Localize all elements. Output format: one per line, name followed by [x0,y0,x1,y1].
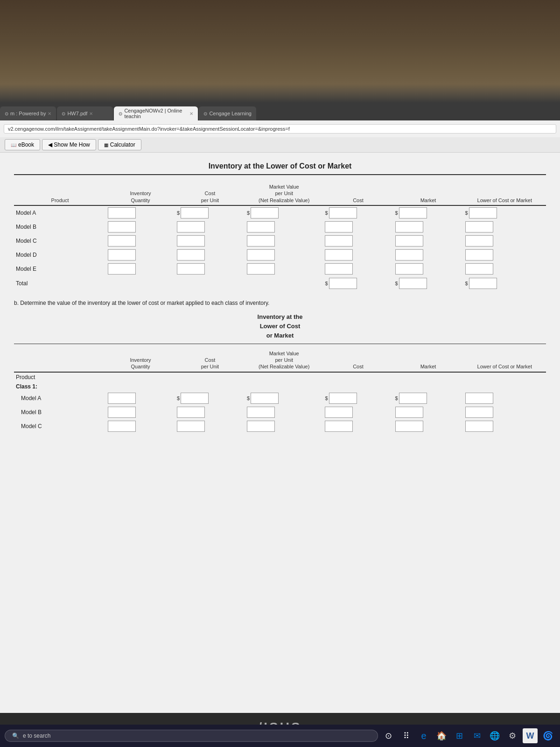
search-placeholder: e to search [23,733,50,739]
address-bar[interactable]: v2.cengagenow.com/ilrn/takeAssignment/ta… [4,124,556,134]
input-cost-a1[interactable] [329,207,357,218]
input-cost-unit-b3[interactable] [177,421,205,432]
input-lower-b3[interactable] [465,421,493,432]
input-market-a4[interactable] [395,249,423,261]
cell-cost-b1: $ [323,391,393,405]
table-row: Product [14,372,546,382]
header-cost-unit-b: Costper Unit [175,349,245,372]
input-cost-a3[interactable] [325,235,353,247]
tab-close-3[interactable]: ✕ [189,111,193,116]
input-cost-unit-a2[interactable] [177,221,205,233]
cell-market-a1: $ [393,205,463,220]
tab-hw7[interactable]: ⊙ HW7.pdf ✕ [57,106,113,120]
input-cost-a5[interactable] [325,263,353,275]
input-inv-qty-a5[interactable] [108,263,136,275]
input-lower-a5[interactable] [465,263,493,275]
taskbar-icon-globe[interactable]: 🌐 [487,728,502,743]
product-label-a4: Model D [14,248,106,262]
input-cost-b2[interactable] [325,407,353,418]
input-cost-a2[interactable] [325,221,353,233]
input-mkt-unit-a1[interactable] [251,207,279,218]
input-mkt-unit-a2[interactable] [247,221,275,233]
input-cost-total[interactable] [329,278,357,289]
tab-close-1[interactable]: ✕ [48,111,51,116]
cell-lower-total: $ [463,276,546,290]
input-market-b3[interactable] [395,421,423,432]
taskbar-icon-word[interactable]: W [523,728,538,743]
calculator-button[interactable]: ▦ Calculator [98,139,141,150]
cell-inv-qty-b1 [106,391,175,405]
cell-lower-b1 [463,391,546,405]
product-label-a2: Model B [14,220,106,234]
input-lower-a2[interactable] [465,221,493,233]
address-bar-row: v2.cengagenow.com/ilrn/takeAssignment/ta… [0,120,560,137]
input-lower-total[interactable] [469,278,497,289]
input-inv-qty-a3[interactable] [108,235,136,247]
input-inv-qty-b1[interactable] [108,393,136,404]
input-inv-qty-b3[interactable] [108,421,136,432]
input-cost-unit-a4[interactable] [177,249,205,261]
total-label: Total [14,276,106,290]
input-mkt-unit-a4[interactable] [247,249,275,261]
input-inv-qty-a4[interactable] [108,249,136,261]
taskbar-icon-mail[interactable]: ✉ [469,728,484,743]
input-lower-b2[interactable] [465,407,493,418]
cell-market-total: $ [393,276,463,290]
input-cost-unit-a3[interactable] [177,235,205,247]
input-cost-unit-b2[interactable] [177,407,205,418]
taskbar-icon-windows[interactable]: ⊙ [381,728,396,743]
input-mkt-unit-b1[interactable] [251,393,279,404]
input-mkt-unit-a3[interactable] [247,235,275,247]
input-mkt-unit-b3[interactable] [247,421,275,432]
tab-cengage-now[interactable]: ⊙ CengageNOWv2 | Online teachin ✕ [114,106,198,120]
section-b-divider [14,344,546,344]
table-row: Model A $ $ [14,391,546,405]
taskbar-icon-store[interactable]: ⊞ [452,728,467,743]
taskbar-icon-chrome[interactable]: 🌀 [540,728,555,743]
show-me-how-button[interactable]: ◀ Show Me How [42,139,96,150]
input-lower-a1[interactable] [469,207,497,218]
tab-close-2[interactable]: ✕ [89,111,93,116]
toolbar: 📖 eBook ◀ Show Me How ▦ Calculator [0,137,560,153]
input-market-total[interactable] [399,278,427,289]
input-cost-unit-b1[interactable] [181,393,209,404]
input-cost-unit-a1[interactable] [181,207,209,218]
ebook-button[interactable]: 📖 eBook [5,139,40,150]
taskbar-icon-edge[interactable]: e [416,728,431,743]
total-row: Total $ $ $ [14,276,546,290]
input-mkt-unit-a5[interactable] [247,263,275,275]
input-market-a1[interactable] [399,207,427,218]
tab-powered-by[interactable]: ⊙ m : Powered by ✕ [0,106,56,120]
input-inv-qty-b2[interactable] [108,407,136,418]
section-b-description: b. Determine the value of the inventory … [14,300,546,306]
input-market-a5[interactable] [395,263,423,275]
input-cost-unit-a5[interactable] [177,263,205,275]
input-cost-b3[interactable] [325,421,353,432]
class1-row: Class 1: [14,382,546,391]
product-b-c1-c: Model C [14,419,106,433]
input-market-b2[interactable] [395,407,423,418]
taskbar-icon-settings[interactable]: ⚙ [505,728,520,743]
input-inv-qty-a2[interactable] [108,221,136,233]
tab-cengage-learning[interactable]: ⊙ Cengage Learning [199,106,256,120]
input-mkt-unit-b2[interactable] [247,407,275,418]
ebook-icon: 📖 [11,142,16,148]
input-inv-qty-a1[interactable] [108,207,136,218]
cell-inv-qty-a1 [106,205,175,220]
input-lower-a3[interactable] [465,235,493,247]
taskbar-icon-files[interactable]: 🏠 [434,728,449,743]
cell-mkt-unit-b1: $ [245,391,323,405]
taskbar-icon-grid[interactable]: ⠿ [399,728,413,743]
input-market-a2[interactable] [395,221,423,233]
input-cost-b1[interactable] [329,393,357,404]
input-market-b1[interactable] [399,393,427,404]
header-mkt-unit-b: Market Valueper Unit(Net Realizable Valu… [245,349,323,372]
input-cost-a4[interactable] [325,249,353,261]
product-b-c1-a: Model A [14,391,106,405]
input-lower-b1[interactable] [465,393,493,404]
input-market-a3[interactable] [395,235,423,247]
taskbar-search[interactable]: 🔍 e to search [5,730,378,742]
input-lower-a4[interactable] [465,249,493,261]
tab-bar: ⊙ m : Powered by ✕ ⊙ HW7.pdf ✕ ⊙ Cengage… [0,103,560,120]
tab-label-3: CengageNOWv2 | Online teachin [124,108,188,119]
